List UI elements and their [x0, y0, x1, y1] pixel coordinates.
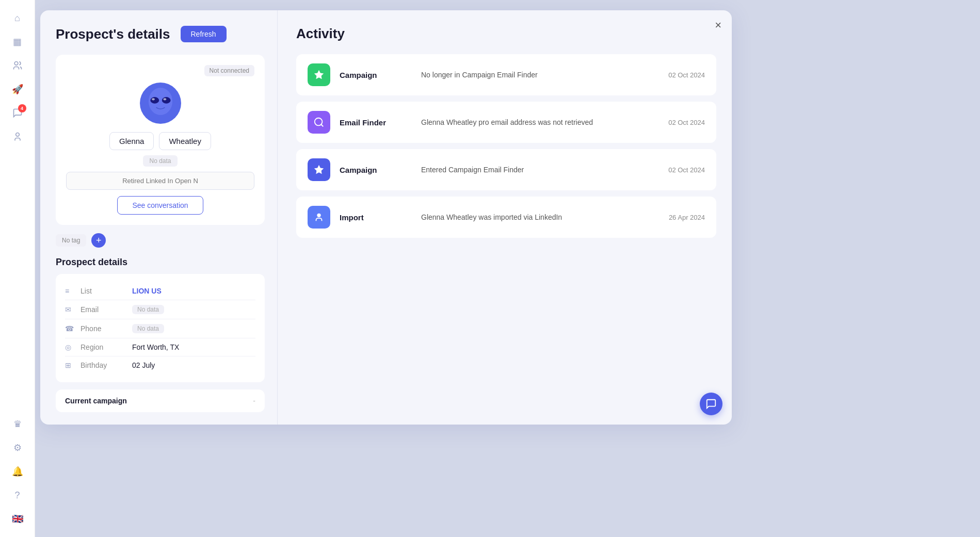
birthday-icon: ⊞ — [65, 361, 75, 369]
first-name-field[interactable]: Glenna — [109, 132, 154, 150]
sidebar-icon-dashboard[interactable]: ▦ — [8, 32, 27, 52]
sidebar: ⌂ ▦ 🚀 4 ♛ ⚙ 🔔 ? 🇬🇧 — [0, 0, 35, 537]
activity-list: Campaign No longer in Campaign Email Fin… — [296, 54, 716, 238]
sidebar-icon-home[interactable]: ⌂ — [8, 8, 27, 28]
activity-date-3: 02 Oct 2024 — [668, 166, 705, 174]
email-finder-icon — [308, 111, 330, 134]
refresh-button[interactable]: Refresh — [181, 26, 227, 42]
sidebar-icon-chat[interactable]: 4 — [8, 103, 27, 123]
activity-item-1: Campaign No longer in Campaign Email Fin… — [296, 54, 716, 95]
svg-point-7 — [163, 98, 166, 100]
birthday-label: Birthday — [81, 361, 127, 369]
sidebar-icon-bell[interactable]: 🔔 — [8, 462, 27, 481]
phone-icon: ☎ — [65, 324, 75, 333]
left-panel: Prospect's details Refresh Not connected — [40, 10, 278, 425]
list-value[interactable]: LION US — [132, 287, 162, 295]
activity-title: Activity — [296, 26, 716, 42]
detail-row-email: ✉ Email No data — [65, 300, 255, 319]
svg-point-6 — [152, 98, 155, 100]
right-panel: Activity Campaign No longer in Campaign … — [278, 10, 732, 425]
modal-overlay: × Prospect's details Refresh Not connect… — [35, 0, 980, 537]
activity-item-4: Import Glenna Wheatley was imported via … — [296, 197, 716, 238]
region-icon: ◎ — [65, 343, 75, 351]
sidebar-icon-flag[interactable]: 🇬🇧 — [8, 509, 27, 529]
sidebar-icon-settings[interactable]: ⚙ — [8, 438, 27, 458]
prospect-details-title: Prospect details — [56, 257, 265, 268]
activity-desc-3: Entered Campaign Email Finder — [421, 166, 649, 174]
activity-desc-2: Glenna Wheatley pro email address was no… — [421, 118, 649, 126]
svg-point-4 — [150, 97, 159, 104]
svg-point-1 — [15, 133, 19, 137]
add-tag-button[interactable]: + — [91, 233, 106, 248]
list-icon: ≡ — [65, 287, 75, 295]
activity-type-3: Campaign — [340, 166, 412, 174]
current-campaign-label: Current campaign — [65, 397, 127, 405]
avatar — [140, 83, 181, 124]
svg-point-8 — [315, 118, 323, 126]
email-icon: ✉ — [65, 305, 75, 314]
campaign-icon-2 — [308, 158, 330, 181]
no-tag-label: No tag — [56, 234, 86, 247]
list-label: List — [81, 287, 127, 295]
current-campaign-card: Current campaign - — [56, 389, 265, 412]
see-conversation-button[interactable]: See conversation — [117, 196, 203, 215]
chat-badge: 4 — [18, 104, 26, 112]
sidebar-icon-crown[interactable]: ♛ — [8, 414, 27, 434]
not-connected-badge: Not connected — [204, 65, 254, 76]
activity-item-3: Campaign Entered Campaign Email Finder 0… — [296, 149, 716, 190]
phone-value: No data — [132, 324, 164, 333]
sidebar-icon-team[interactable] — [8, 127, 27, 147]
page-title: Prospect's details — [56, 26, 170, 42]
detail-row-phone: ☎ Phone No data — [65, 319, 255, 338]
activity-date-4: 26 Apr 2024 — [669, 214, 705, 221]
svg-point-9 — [317, 214, 320, 217]
no-data-badge: No data — [143, 155, 177, 167]
close-button[interactable]: × — [715, 20, 721, 31]
sidebar-icon-rocket[interactable]: 🚀 — [8, 79, 27, 99]
phone-label: Phone — [81, 324, 127, 333]
activity-type-1: Campaign — [340, 71, 412, 79]
last-name-field[interactable]: Wheatley — [159, 132, 211, 150]
activity-type-4: Import — [340, 213, 412, 222]
prospect-details-card: ≡ List LION US ✉ Email No data ☎ Phone N… — [56, 274, 265, 382]
prospect-modal: × Prospect's details Refresh Not connect… — [40, 10, 732, 425]
svg-point-0 — [14, 62, 18, 66]
retired-input[interactable] — [66, 172, 254, 190]
email-label: Email — [81, 305, 127, 314]
activity-date-2: 02 Oct 2024 — [668, 119, 705, 126]
detail-row-list: ≡ List LION US — [65, 282, 255, 300]
activity-desc-1: No longer in Campaign Email Finder — [421, 71, 649, 79]
detail-row-region: ◎ Region Fort Worth, TX — [65, 338, 255, 356]
import-icon — [308, 206, 330, 229]
activity-date-1: 02 Oct 2024 — [668, 71, 705, 79]
detail-row-birthday: ⊞ Birthday 02 July — [65, 356, 255, 374]
region-value: Fort Worth, TX — [132, 343, 179, 351]
sidebar-icon-people[interactable] — [8, 56, 27, 75]
svg-point-5 — [162, 97, 170, 104]
panel-header: Prospect's details Refresh — [56, 26, 265, 42]
email-value: No data — [132, 305, 164, 314]
chat-fab-button[interactable] — [700, 393, 722, 415]
profile-card: Not connected — [56, 55, 265, 225]
region-label: Region — [81, 343, 127, 351]
activity-item-2: Email Finder Glenna Wheatley pro email a… — [296, 102, 716, 143]
activity-desc-4: Glenna Wheatley was imported via LinkedI… — [421, 213, 649, 221]
name-fields: Glenna Wheatley — [109, 132, 211, 150]
current-campaign-value: - — [253, 397, 255, 405]
tag-row: No tag + — [56, 233, 265, 248]
campaign-icon-1 — [308, 63, 330, 86]
sidebar-icon-help[interactable]: ? — [8, 485, 27, 505]
birthday-value: 02 July — [132, 361, 155, 369]
activity-type-2: Email Finder — [340, 118, 412, 127]
